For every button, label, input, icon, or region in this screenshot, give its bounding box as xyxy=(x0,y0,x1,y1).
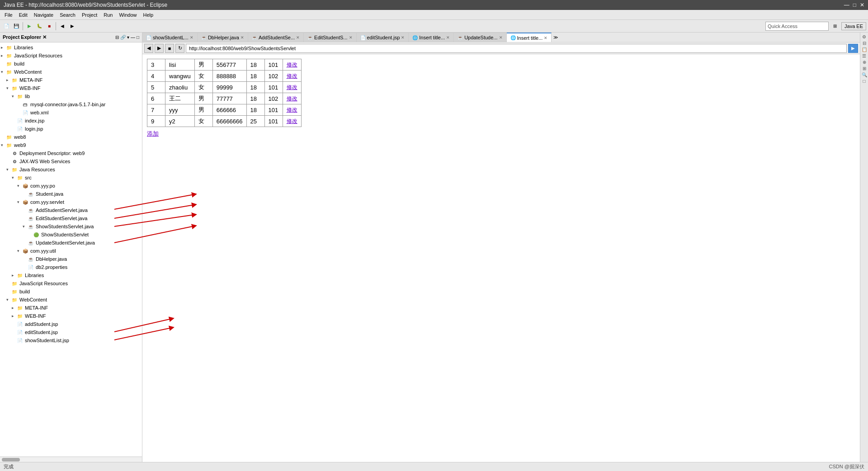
explorer-menu-icon[interactable]: ▾ xyxy=(127,35,129,40)
browser-back-btn[interactable]: ◀ xyxy=(144,44,153,53)
menu-navigate[interactable]: Navigate xyxy=(31,11,56,19)
tab-close-insert2[interactable]: ✕ xyxy=(544,36,547,40)
tab-close-updatestudent[interactable]: ✕ xyxy=(499,35,503,40)
tab-close-editstudentjsp[interactable]: ✕ xyxy=(401,35,405,40)
menu-search[interactable]: Search xyxy=(57,11,78,19)
tree-item[interactable]: ▾📦com.yyy.po xyxy=(0,182,142,190)
project-tree[interactable]: ▸📁Libraries▸📁JavaScript Resources📁build▾… xyxy=(0,42,142,457)
browser-forward-btn[interactable]: ▶ xyxy=(155,44,164,53)
tab-editstudentjsp[interactable]: 📄 editStudent.jsp ✕ xyxy=(357,33,409,42)
menu-file[interactable]: File xyxy=(2,11,15,19)
toolbar-new-btn[interactable]: 📄 xyxy=(2,22,11,31)
tree-item[interactable]: ▾📁src xyxy=(0,174,142,182)
tab-dbhelper[interactable]: ☕ DbHelper.java ✕ xyxy=(198,33,248,42)
tab-updatestudent[interactable]: ☕ UpdateStude... ✕ xyxy=(454,33,506,42)
right-icon-2[interactable]: ⊟ xyxy=(863,41,866,46)
tab-showstudentlist[interactable]: 📄 showStudentL... ✕ xyxy=(142,33,198,42)
edit-link[interactable]: 修改 xyxy=(287,107,297,113)
tab-close-editstudent[interactable]: ✕ xyxy=(349,35,353,40)
toolbar-fwd-btn[interactable]: ▶ xyxy=(68,22,77,31)
tab-close-showstudentlist[interactable]: ✕ xyxy=(190,35,193,40)
toolbar-back-btn[interactable]: ◀ xyxy=(58,22,67,31)
tree-item[interactable]: ▸📁JavaScript Resources xyxy=(0,52,142,60)
toolbar-stop-btn[interactable]: ■ xyxy=(45,22,54,31)
tree-item[interactable]: 📄addStudent.jsp xyxy=(0,320,142,328)
tab-close-addstudent[interactable]: ✕ xyxy=(296,35,300,40)
right-icon-5[interactable]: ⊕ xyxy=(863,60,866,65)
close-btn[interactable]: ✕ xyxy=(860,2,864,8)
tree-item[interactable]: ▾📦com.yyy.util xyxy=(0,247,142,255)
right-icon-1[interactable]: ⚙ xyxy=(862,34,866,39)
right-icon-6[interactable]: ⊞ xyxy=(863,66,866,71)
tree-item[interactable]: 📁web8 xyxy=(0,133,142,141)
browser-stop-btn[interactable]: ■ xyxy=(165,44,174,53)
toolbar-run-btn[interactable]: ▶ xyxy=(25,22,34,31)
toolbar-perspective-btn[interactable]: ⊞ xyxy=(830,22,840,31)
tree-item[interactable]: ▾📁Java Resources xyxy=(0,165,142,174)
tree-item[interactable]: 📄login.jsp xyxy=(0,125,142,133)
java-ee-perspective[interactable]: Java EE xyxy=(841,22,866,30)
right-icon-4[interactable]: ☰ xyxy=(862,53,866,58)
explorer-minimize-icon[interactable]: — xyxy=(131,35,135,40)
menu-window[interactable]: Window xyxy=(116,11,139,19)
browser-go-btn[interactable]: ▶ xyxy=(848,44,858,53)
menu-help[interactable]: Help xyxy=(141,11,156,19)
tree-item[interactable]: ▾📁lib xyxy=(0,92,142,100)
tree-item[interactable]: 📄index.jsp xyxy=(0,117,142,125)
menu-project[interactable]: Project xyxy=(79,11,100,19)
tree-item[interactable]: ▸📁Libraries xyxy=(0,43,142,52)
explorer-maximize-icon[interactable]: □ xyxy=(137,35,139,40)
tree-item[interactable]: 📄web.xml xyxy=(0,108,142,117)
tree-item[interactable]: ☕EditStudentServlet.java xyxy=(0,214,142,222)
add-link[interactable]: 添加 xyxy=(147,130,855,138)
toolbar-debug-btn[interactable]: 🐛 xyxy=(35,22,44,31)
tree-item[interactable]: 📁build xyxy=(0,60,142,68)
tree-item[interactable]: ⚙Deployment Descriptor: web9 xyxy=(0,149,142,157)
tree-item[interactable]: ▾☕ShowStudentsServlet.java xyxy=(0,222,142,231)
tree-item[interactable]: ▸📁META-INF xyxy=(0,304,142,312)
edit-link[interactable]: 修改 xyxy=(287,118,297,124)
tree-item[interactable]: ▸📁META-INF xyxy=(0,76,142,84)
tree-horizontal-scrollbar[interactable] xyxy=(0,457,142,462)
tree-item[interactable]: ☕DbHelper.java xyxy=(0,255,142,263)
browser-refresh-btn[interactable]: ↻ xyxy=(175,44,184,53)
tab-editstudent[interactable]: ☕ EditStudentS... ✕ xyxy=(304,33,356,42)
tree-item[interactable]: 🗃mysql-connector-java-5.1.7-bin.jar xyxy=(0,100,142,108)
tree-item[interactable]: 📄editStudent.jsp xyxy=(0,328,142,336)
tree-item[interactable]: ▾📁web9 xyxy=(0,141,142,149)
tree-item[interactable]: ▾📁WebContent xyxy=(0,68,142,76)
menu-edit[interactable]: Edit xyxy=(16,11,30,19)
edit-link[interactable]: 修改 xyxy=(287,95,297,102)
right-icon-3[interactable]: 📋 xyxy=(862,47,867,52)
tree-item[interactable]: 📄showStudentList.jsp xyxy=(0,336,142,344)
collapse-all-icon[interactable]: ⊟ xyxy=(115,35,119,40)
tree-item[interactable]: 📄db2.properties xyxy=(0,263,142,271)
tree-item[interactable]: ☕AddStudentServlet.java xyxy=(0,206,142,214)
right-icon-8[interactable]: □ xyxy=(863,79,865,84)
toolbar-save-btn[interactable]: 💾 xyxy=(12,22,21,31)
tree-item[interactable]: ▾📦com.yyy.servlet xyxy=(0,198,142,206)
url-bar[interactable] xyxy=(186,44,847,53)
tab-insert1[interactable]: 🌐 Insert title... ✕ xyxy=(409,33,454,42)
tabs-overflow-btn[interactable]: ≫ xyxy=(552,35,560,40)
right-icon-7[interactable]: 🔍 xyxy=(862,72,867,77)
tree-item[interactable]: ☕Student.java xyxy=(0,190,142,198)
minimize-btn[interactable]: — xyxy=(844,2,849,8)
edit-link[interactable]: 修改 xyxy=(287,61,297,68)
maximize-btn[interactable]: □ xyxy=(853,2,856,8)
tab-addstudent[interactable]: ☕ AddStudentSe... ✕ xyxy=(248,33,304,42)
tree-item[interactable]: ⚙JAX-WS Web Services xyxy=(0,157,142,165)
menu-run[interactable]: Run xyxy=(101,11,115,19)
link-with-editor-icon[interactable]: 🔗 xyxy=(120,35,126,40)
tree-item[interactable]: ☕UpdateStudentServlet.java xyxy=(0,239,142,247)
tree-item[interactable]: 🟢ShowStudentsServlet xyxy=(0,231,142,239)
quick-access-box[interactable]: Quick Access xyxy=(765,22,829,31)
tree-item[interactable]: ▸📁Libraries xyxy=(0,271,142,279)
tree-item[interactable]: 📁build xyxy=(0,287,142,296)
tab-insert2[interactable]: 🌐 Insert title... ✕ xyxy=(507,33,552,42)
edit-link[interactable]: 修改 xyxy=(287,73,297,79)
tree-item[interactable]: 📁JavaScript Resources xyxy=(0,279,142,287)
tab-close-insert1[interactable]: ✕ xyxy=(446,35,450,40)
tree-item[interactable]: ▸📁WEB-INF xyxy=(0,312,142,320)
tree-item[interactable]: ▾📁WebContent xyxy=(0,296,142,304)
